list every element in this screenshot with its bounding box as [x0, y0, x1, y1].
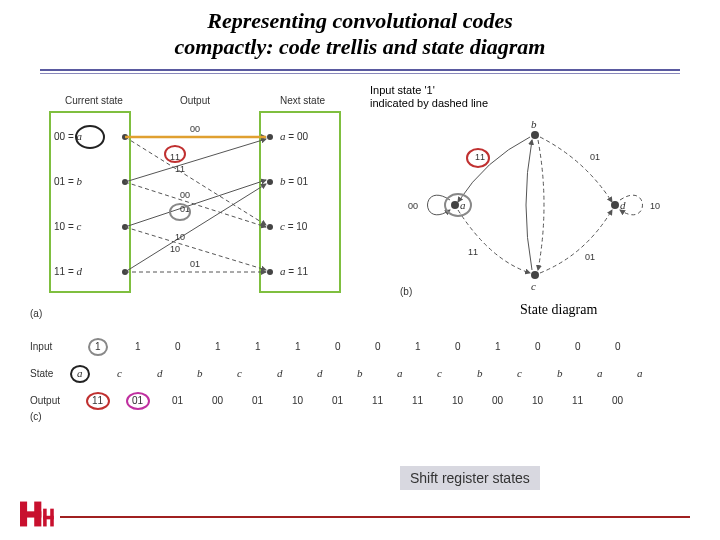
svg-text:c: c: [237, 367, 242, 379]
svg-text:b: b: [197, 367, 203, 379]
svg-text:c: c: [531, 280, 536, 292]
svg-rect-116: [43, 516, 54, 520]
svg-text:c: c: [437, 367, 442, 379]
svg-point-42: [451, 201, 459, 209]
svg-text:0: 0: [615, 341, 621, 352]
svg-text:c = 10: c = 10: [280, 220, 308, 232]
diagram-area: Input state '1'indicated by dashed line …: [0, 82, 720, 462]
shift-register-label: Shift register states: [400, 466, 540, 490]
svg-point-44: [531, 131, 539, 139]
svg-text:00: 00: [612, 395, 624, 406]
svg-text:11: 11: [572, 395, 584, 406]
svg-text:d: d: [620, 199, 626, 211]
svg-text:a: a: [637, 367, 643, 379]
svg-text:10: 10: [650, 201, 660, 211]
svg-text:00: 00: [492, 395, 504, 406]
svg-text:01: 01: [172, 395, 184, 406]
divider-thick: [40, 69, 680, 71]
svg-text:11: 11: [412, 395, 424, 406]
svg-text:b = 01: b = 01: [280, 175, 308, 187]
footer-divider: [60, 516, 690, 518]
svg-text:11 = d: 11 = d: [54, 265, 83, 277]
svg-point-46: [531, 271, 539, 279]
svg-point-17: [267, 224, 273, 230]
svg-text:01: 01: [332, 395, 344, 406]
svg-text:State: State: [30, 368, 54, 379]
svg-text:00: 00: [190, 124, 200, 134]
title-line-2: compactly: code trellis and state diagra…: [175, 34, 546, 59]
svg-text:Output: Output: [30, 395, 60, 406]
svg-text:a: a: [460, 199, 466, 211]
svg-text:11: 11: [92, 395, 104, 406]
state-diagram: a b c d 00 10 11 11 01 01 (b): [400, 110, 670, 300]
svg-text:01 = b: 01 = b: [54, 175, 83, 187]
svg-text:a = 11: a = 11: [280, 265, 308, 277]
dashed-note: Input state '1'indicated by dashed line: [370, 84, 540, 110]
divider-thin: [40, 73, 680, 74]
svg-text:d: d: [317, 367, 323, 379]
svg-line-25: [125, 180, 266, 227]
svg-text:(b): (b): [400, 286, 412, 297]
svg-text:c: c: [517, 367, 522, 379]
svg-text:10: 10: [170, 244, 180, 254]
svg-text:Current state: Current state: [65, 95, 123, 106]
svg-text:b: b: [477, 367, 483, 379]
svg-point-13: [267, 134, 273, 140]
svg-text:Input: Input: [30, 341, 52, 352]
svg-text:00: 00: [212, 395, 224, 406]
svg-text:10: 10: [532, 395, 544, 406]
svg-text:11: 11: [468, 247, 478, 257]
uh-logo-icon: [18, 498, 54, 530]
svg-text:1: 1: [135, 341, 141, 352]
title-line-1: Representing convolutional codes: [207, 8, 513, 33]
svg-text:10 = c: 10 = c: [54, 220, 82, 232]
svg-text:b: b: [357, 367, 363, 379]
svg-text:d: d: [277, 367, 283, 379]
svg-text:11: 11: [372, 395, 384, 406]
svg-text:1: 1: [415, 341, 421, 352]
svg-point-15: [267, 179, 273, 185]
svg-point-19: [267, 269, 273, 275]
svg-text:d: d: [157, 367, 163, 379]
svg-text:c: c: [117, 367, 122, 379]
svg-point-48: [611, 201, 619, 209]
svg-text:11: 11: [475, 152, 485, 162]
svg-text:(c): (c): [30, 411, 42, 422]
svg-text:0: 0: [575, 341, 581, 352]
svg-text:0: 0: [455, 341, 461, 352]
svg-text:a: a: [597, 367, 603, 379]
svg-text:01: 01: [190, 259, 200, 269]
svg-text:Output: Output: [180, 95, 210, 106]
svg-text:11: 11: [175, 164, 185, 174]
svg-text:10: 10: [452, 395, 464, 406]
svg-text:01: 01: [590, 152, 600, 162]
svg-line-22: [125, 137, 266, 225]
state-diagram-caption: State diagram: [520, 302, 597, 318]
svg-text:0: 0: [175, 341, 181, 352]
svg-text:Next state: Next state: [280, 95, 325, 106]
svg-text:1: 1: [95, 341, 101, 352]
svg-text:b: b: [531, 118, 537, 130]
shift-register-sequence: Input State Output 11011100101000 acdbcd…: [30, 332, 670, 422]
svg-text:10: 10: [292, 395, 304, 406]
svg-text:01: 01: [585, 252, 595, 262]
svg-text:a: a: [397, 367, 403, 379]
trellis-diagram: Current state Output Next state 00 = a 0…: [30, 92, 360, 322]
svg-line-23: [125, 139, 266, 182]
svg-text:0: 0: [535, 341, 541, 352]
svg-text:1: 1: [295, 341, 301, 352]
svg-text:a: a: [77, 367, 83, 379]
svg-text:01: 01: [252, 395, 264, 406]
svg-text:a = 00: a = 00: [280, 130, 308, 142]
svg-text:1: 1: [255, 341, 261, 352]
svg-text:01: 01: [132, 395, 144, 406]
svg-text:00: 00: [408, 201, 418, 211]
svg-text:0: 0: [335, 341, 341, 352]
svg-text:00: 00: [180, 190, 190, 200]
svg-text:1: 1: [215, 341, 221, 352]
svg-text:0: 0: [375, 341, 381, 352]
svg-text:1: 1: [495, 341, 501, 352]
svg-text:b: b: [557, 367, 563, 379]
svg-text:(a): (a): [30, 308, 42, 319]
svg-text:10: 10: [175, 232, 185, 242]
